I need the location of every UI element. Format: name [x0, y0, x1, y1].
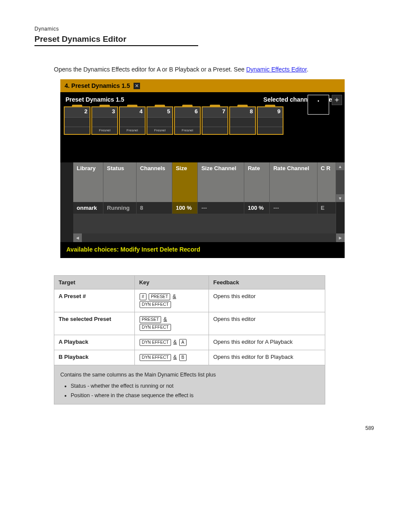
col-rate[interactable]: Rate: [244, 162, 270, 202]
table-row[interactable]: onmark Running 8 100 % --- 100 % --- E: [73, 202, 345, 214]
target-cell: A Preset #: [54, 289, 135, 312]
channel-number: 7: [202, 107, 227, 118]
gear-icon[interactable]: ✦: [332, 95, 342, 105]
key-cell: # PRESET & DYN EFFECT: [134, 289, 209, 312]
cell-channels: 8: [137, 202, 172, 214]
target-cell: The selected Preset: [54, 312, 135, 335]
page-number: 589: [34, 425, 377, 431]
channel-type: [258, 127, 283, 134]
keycap: DYN EFFECT: [140, 324, 171, 331]
footer-item: Position - where in the chase sequence t…: [71, 391, 321, 400]
cell-library: onmark: [73, 202, 103, 214]
key-cell: DYN EFFECT & A: [134, 335, 209, 350]
vertical-scrollbar[interactable]: ▲ ▼: [336, 162, 345, 202]
table-row: A Preset # # PRESET & DYN EFFECT Opens t…: [54, 289, 325, 312]
summary-footer: Contains the same columns as the Main Dy…: [54, 365, 325, 404]
col-library[interactable]: Library: [73, 162, 103, 202]
keycap: DYN EFFECT: [140, 339, 171, 346]
channel-number: 5: [147, 107, 172, 118]
channel-number: 2: [65, 107, 90, 118]
channel-type: Fresnel: [175, 127, 200, 134]
feedback-cell: Opens this editor for A Playback: [209, 335, 325, 350]
channel-type: [65, 127, 90, 134]
channel-cell[interactable]: 8: [229, 106, 256, 135]
table-row: B Playback DYN EFFECT & B Opens this edi…: [54, 350, 325, 365]
channel-number: 4: [120, 107, 145, 118]
channel-number: 6: [175, 107, 200, 118]
feedback-cell: Opens this editor for B Playback: [209, 350, 325, 365]
effects-data-table: Library Status Channels Size Size Channe…: [60, 162, 345, 242]
target-cell: B Playback: [54, 350, 135, 365]
channel-type: Fresnel: [92, 127, 117, 134]
channel-cell[interactable]: 6 Fresnel: [174, 106, 201, 135]
chapter-label: Dynamics: [34, 26, 377, 32]
channel-strip-row: 2 3 Fresnel 4 Fresnel 5 Fresnel: [60, 105, 345, 138]
channel-number: 3: [92, 107, 117, 118]
window-title: 4. Preset Dynamics 1.5: [65, 82, 130, 89]
footer-item: Status - whether the effect is running o…: [71, 382, 321, 390]
intro-text: Opens the Dynamics Effects editor for A …: [54, 66, 246, 73]
channel-cell[interactable]: 7: [202, 106, 228, 135]
col-last[interactable]: C R: [317, 162, 336, 202]
keycap: PRESET: [140, 316, 161, 323]
table-row: A Playback DYN EFFECT & A Opens this edi…: [54, 335, 325, 350]
channel-cell[interactable]: 5 Fresnel: [146, 106, 173, 135]
amp-icon: &: [173, 339, 177, 345]
summary-col-target: Target: [54, 276, 135, 289]
channel-cell[interactable]: 4 Fresnel: [119, 106, 146, 135]
table-row: The selected Preset PRESET & DYN EFFECT …: [54, 312, 325, 335]
preview-box: •: [308, 95, 329, 115]
feedback-cell: Opens this editor: [209, 312, 325, 335]
scroll-up-icon[interactable]: ▲: [336, 162, 344, 170]
available-choices: Available choices: Modify Insert Delete …: [60, 242, 345, 258]
amp-icon: &: [173, 354, 177, 360]
editor-screenshot: 4. Preset Dynamics 1.5 ✕ Preset Dynamics…: [60, 79, 345, 258]
cell-status: Running: [103, 202, 137, 214]
col-size-channel[interactable]: Size Channel: [198, 162, 244, 202]
col-channels[interactable]: Channels: [137, 162, 172, 202]
scroll-down-icon[interactable]: ▼: [336, 194, 344, 202]
amp-icon: &: [164, 316, 167, 322]
editor-title: Preset Dynamics 1.5: [65, 96, 124, 103]
channel-type: Fresnel: [120, 127, 145, 134]
footer-intro: Contains the same columns as the Main Dy…: [60, 370, 319, 379]
keycap: A: [179, 339, 187, 346]
keycap: #: [140, 293, 146, 300]
key-cell: PRESET & DYN EFFECT: [134, 312, 209, 335]
cell-last: E: [317, 202, 336, 214]
col-status[interactable]: Status: [103, 162, 137, 202]
channel-cell[interactable]: 2: [64, 106, 90, 135]
section-title: Preset Dynamics Editor: [34, 34, 198, 46]
channel-cell[interactable]: 3 Fresnel: [91, 106, 118, 135]
xref-link[interactable]: Dynamic Effects Editor: [246, 66, 307, 73]
scroll-right-icon[interactable]: ►: [336, 233, 345, 242]
keycap: DYN EFFECT: [140, 301, 171, 308]
channel-cell[interactable]: 9: [257, 106, 283, 135]
channel-type: [230, 127, 255, 134]
cell-size-channel: ---: [198, 202, 244, 214]
amp-icon: &: [173, 293, 176, 299]
cell-rate: 100 %: [244, 202, 270, 214]
channel-number: 9: [258, 107, 283, 118]
window-titlebar: 4. Preset Dynamics 1.5 ✕: [60, 79, 345, 92]
channel-type: [202, 127, 227, 134]
col-size[interactable]: Size: [172, 162, 198, 202]
intro-suffix: .: [307, 66, 308, 73]
keycap: B: [179, 354, 187, 361]
keycap: DYN EFFECT: [140, 354, 171, 361]
summary-table: Target Key Feedback A Preset # # PRESET …: [54, 275, 325, 404]
key-cell: DYN EFFECT & B: [134, 350, 209, 365]
feedback-cell: Opens this editor: [209, 289, 325, 312]
horizontal-scrollbar[interactable]: ◄ ►: [73, 233, 345, 242]
channel-type: Fresnel: [147, 127, 172, 134]
keycap: PRESET: [149, 293, 170, 300]
close-icon[interactable]: ✕: [134, 83, 140, 89]
summary-col-key: Key: [134, 276, 209, 289]
col-rate-channel[interactable]: Rate Channel: [270, 162, 317, 202]
intro-paragraph: Opens the Dynamics Effects editor for A …: [54, 65, 330, 74]
cell-rate-channel: ---: [270, 202, 317, 214]
scroll-left-icon[interactable]: ◄: [73, 233, 82, 242]
channel-number: 8: [230, 107, 255, 118]
cell-size: 100 %: [172, 202, 198, 214]
summary-col-feedback: Feedback: [209, 276, 325, 289]
